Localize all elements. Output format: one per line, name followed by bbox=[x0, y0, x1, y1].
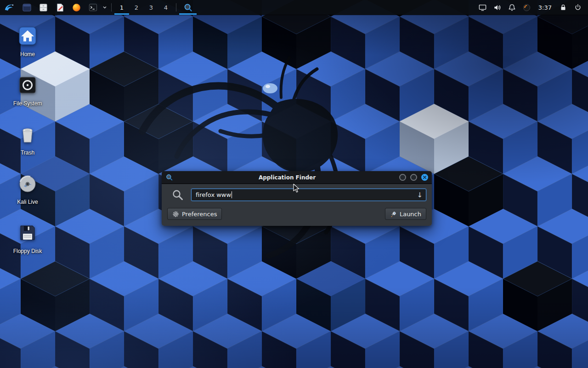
notifications-tray[interactable] bbox=[505, 0, 520, 15]
launch-button[interactable]: Launch bbox=[385, 208, 426, 220]
desktop-icon-column: Home File System Trash bbox=[6, 25, 50, 271]
desktop-icon-home[interactable]: Home bbox=[6, 25, 50, 74]
panel-separator bbox=[111, 3, 112, 12]
launcher-firefox[interactable] bbox=[68, 0, 85, 15]
terminal-icon bbox=[88, 3, 98, 12]
home-icon bbox=[17, 25, 39, 47]
chevron-down-icon bbox=[102, 5, 107, 10]
launcher-terminal[interactable] bbox=[85, 0, 101, 15]
preferences-button[interactable]: Preferences bbox=[167, 208, 222, 220]
display-settings-tray[interactable] bbox=[475, 0, 490, 15]
minimize-button[interactable] bbox=[399, 174, 406, 181]
terminal-launcher-expander[interactable] bbox=[101, 0, 108, 15]
text-caret bbox=[232, 191, 232, 198]
desktop-icon-label: File System bbox=[13, 100, 42, 107]
app-finder-icon bbox=[165, 173, 173, 181]
launcher-file-manager[interactable] bbox=[35, 0, 51, 15]
titlebar[interactable]: Application Finder bbox=[162, 171, 432, 184]
button-row: Preferences Launch bbox=[167, 208, 426, 220]
window-icon bbox=[22, 3, 32, 12]
desktop-icon-floppy-disk[interactable]: Floppy Disk bbox=[6, 222, 50, 271]
launch-label: Launch bbox=[400, 211, 421, 218]
workspace-button-4[interactable]: 4 bbox=[158, 0, 173, 15]
drive-icon bbox=[17, 74, 39, 96]
search-input[interactable]: firefox www ↓ bbox=[191, 189, 426, 201]
lock-icon bbox=[559, 3, 567, 12]
desktop-icon-trash[interactable]: Trash bbox=[6, 123, 50, 172]
desktop-icon-file-system[interactable]: File System bbox=[6, 74, 50, 123]
workspace-button-3[interactable]: 3 bbox=[144, 0, 158, 15]
speaker-icon bbox=[493, 3, 502, 12]
top-panel: 1 2 3 4 bbox=[0, 0, 588, 15]
close-icon bbox=[423, 175, 427, 179]
desktop-screen: Home File System Trash bbox=[0, 0, 588, 368]
bell-icon bbox=[508, 3, 516, 12]
firefox-icon bbox=[72, 3, 81, 12]
panel-separator bbox=[176, 3, 176, 12]
close-button[interactable] bbox=[421, 174, 428, 181]
desktop-icon-kali-live[interactable]: Kali Live bbox=[6, 172, 50, 222]
file-cabinet-icon bbox=[39, 3, 48, 12]
application-finder-window: Application Finder firefox www bbox=[162, 171, 432, 226]
launch-rocket-icon bbox=[390, 211, 397, 218]
window-controls bbox=[399, 174, 428, 181]
logout-power-button[interactable] bbox=[571, 0, 585, 15]
magnifier-icon bbox=[183, 3, 193, 12]
finder-body: firefox www ↓ Preferences bbox=[162, 184, 432, 226]
workspace-button-2[interactable]: 2 bbox=[129, 0, 144, 15]
search-row: firefox www ↓ bbox=[167, 189, 426, 201]
kali-menu-button[interactable] bbox=[0, 0, 18, 15]
desktop-icon-label: Kali Live bbox=[17, 199, 38, 205]
volume-tray[interactable] bbox=[490, 0, 505, 15]
sync-indicator-icon bbox=[522, 3, 531, 12]
status-indicator-tray[interactable] bbox=[520, 0, 534, 15]
launcher-text-editor[interactable] bbox=[51, 0, 68, 15]
cd-disc-icon bbox=[17, 172, 39, 195]
entry-dropdown-icon[interactable]: ↓ bbox=[417, 190, 423, 200]
panel-clock[interactable]: 3:37 bbox=[534, 4, 556, 11]
workspace-button-1[interactable]: 1 bbox=[114, 0, 129, 15]
trash-icon bbox=[17, 123, 39, 145]
desktop-icon-label: Home bbox=[20, 51, 35, 58]
gear-icon bbox=[172, 211, 179, 218]
display-icon bbox=[478, 3, 487, 12]
kali-logo-icon bbox=[4, 2, 15, 13]
text-editor-icon bbox=[55, 3, 65, 12]
power-icon bbox=[574, 3, 582, 12]
floppy-icon bbox=[17, 222, 39, 244]
desktop-icon-label: Trash bbox=[21, 150, 34, 156]
maximize-button[interactable] bbox=[410, 174, 417, 181]
taskbar-application-finder[interactable] bbox=[179, 0, 197, 15]
window-title: Application Finder bbox=[175, 174, 399, 181]
launcher-window-manager[interactable] bbox=[18, 0, 35, 15]
search-icon bbox=[172, 189, 184, 201]
desktop-icon-label: Floppy Disk bbox=[13, 248, 42, 254]
system-tray: 3:37 bbox=[475, 0, 588, 15]
lock-screen-button[interactable] bbox=[556, 0, 571, 15]
preferences-label: Preferences bbox=[182, 211, 217, 218]
search-input-value: firefox www bbox=[196, 191, 231, 198]
